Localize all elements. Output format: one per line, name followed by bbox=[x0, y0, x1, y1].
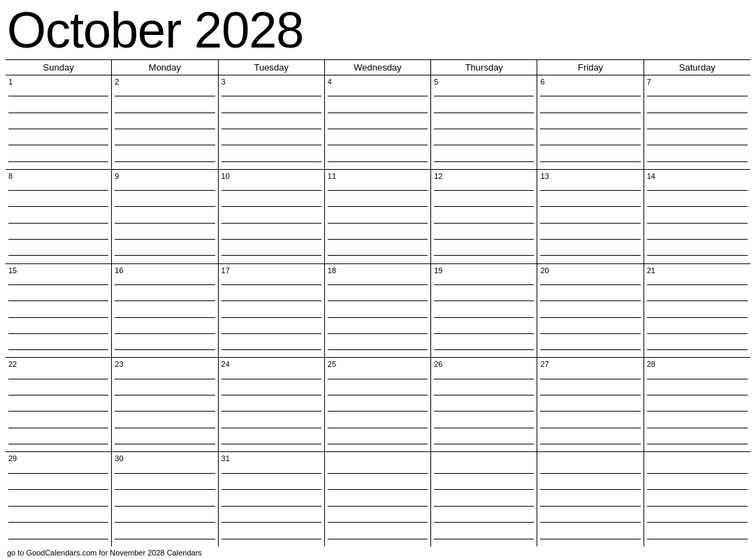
write-line bbox=[8, 206, 108, 207]
date-cell-14: 14 bbox=[644, 170, 750, 263]
write-line bbox=[434, 349, 534, 350]
write-lines bbox=[221, 89, 321, 168]
date-cell-8: 8 bbox=[6, 170, 112, 263]
date-number: 22 bbox=[8, 360, 108, 370]
write-line bbox=[540, 255, 640, 256]
write-line bbox=[8, 349, 108, 350]
write-line bbox=[221, 206, 321, 207]
write-lines bbox=[328, 465, 428, 545]
write-line bbox=[8, 428, 108, 428]
write-line bbox=[328, 112, 428, 113]
write-lines bbox=[434, 277, 534, 356]
write-lines bbox=[328, 183, 428, 262]
write-line bbox=[434, 206, 534, 207]
write-line bbox=[434, 395, 534, 395]
write-line bbox=[647, 284, 748, 285]
write-line bbox=[647, 506, 748, 507]
write-line bbox=[540, 161, 640, 162]
write-line bbox=[115, 129, 215, 129]
write-line bbox=[434, 411, 534, 412]
write-line bbox=[647, 539, 748, 539]
write-line bbox=[8, 473, 108, 474]
date-cell-18: 18 bbox=[325, 264, 431, 358]
write-line bbox=[540, 223, 640, 224]
write-lines bbox=[115, 371, 215, 450]
day-header-monday: Monday bbox=[112, 60, 218, 75]
write-line bbox=[434, 317, 534, 318]
write-line bbox=[434, 129, 534, 129]
write-line bbox=[647, 96, 748, 96]
write-line bbox=[328, 444, 428, 444]
date-number: 21 bbox=[647, 266, 748, 276]
write-line bbox=[647, 190, 748, 191]
write-line bbox=[328, 395, 428, 395]
date-number: 19 bbox=[434, 266, 534, 276]
date-cell-4: 4 bbox=[325, 75, 431, 169]
date-cell-29: 29 bbox=[6, 452, 112, 546]
write-line bbox=[328, 190, 428, 191]
write-lines bbox=[221, 183, 321, 262]
write-line bbox=[540, 206, 640, 207]
date-number: 4 bbox=[328, 78, 428, 87]
write-line bbox=[540, 145, 640, 145]
empty-cell-4-4 bbox=[431, 452, 537, 546]
write-line bbox=[434, 300, 534, 301]
write-lines bbox=[647, 465, 748, 545]
calendar-title: October 2028 bbox=[6, 0, 750, 59]
write-line bbox=[221, 239, 321, 240]
date-cell-13: 13 bbox=[537, 170, 644, 263]
write-line bbox=[221, 300, 321, 301]
write-line bbox=[647, 473, 748, 474]
week-row-3: 15161718192021 bbox=[6, 264, 750, 358]
write-lines bbox=[540, 465, 640, 545]
date-number bbox=[328, 454, 428, 464]
day-header-saturday: Saturday bbox=[644, 60, 750, 75]
write-line bbox=[434, 444, 534, 444]
write-line bbox=[8, 96, 108, 96]
write-line bbox=[540, 444, 640, 444]
write-line bbox=[115, 317, 215, 318]
write-line bbox=[434, 255, 534, 256]
write-line bbox=[540, 506, 640, 507]
write-line bbox=[115, 411, 215, 412]
write-line bbox=[434, 522, 534, 523]
write-line bbox=[328, 317, 428, 318]
write-lines bbox=[328, 371, 428, 450]
date-number: 25 bbox=[328, 360, 428, 370]
write-line bbox=[115, 300, 215, 301]
calendar-container: SundayMondayTuesdayWednesdayThursdayFrid… bbox=[6, 59, 750, 546]
date-number bbox=[540, 454, 640, 464]
write-line bbox=[115, 395, 215, 395]
write-line bbox=[115, 223, 215, 224]
write-lines bbox=[647, 371, 748, 450]
write-line bbox=[540, 317, 640, 318]
date-cell-21: 21 bbox=[644, 264, 750, 358]
write-line bbox=[115, 349, 215, 350]
write-line bbox=[540, 284, 640, 285]
write-line bbox=[540, 96, 640, 96]
write-line bbox=[328, 161, 428, 162]
write-line bbox=[115, 284, 215, 285]
write-lines bbox=[8, 371, 108, 450]
write-line bbox=[221, 145, 321, 145]
date-cell-30: 30 bbox=[112, 452, 218, 546]
empty-cell-4-6 bbox=[644, 452, 750, 546]
write-line bbox=[647, 223, 748, 224]
write-line bbox=[647, 411, 748, 412]
write-line bbox=[434, 539, 534, 539]
day-headers: SundayMondayTuesdayWednesdayThursdayFrid… bbox=[6, 60, 750, 75]
write-line bbox=[221, 395, 321, 395]
write-line bbox=[328, 96, 428, 96]
write-line bbox=[647, 300, 748, 301]
date-number: 24 bbox=[221, 360, 321, 370]
date-cell-25: 25 bbox=[325, 358, 431, 451]
date-cell-2: 2 bbox=[112, 75, 218, 169]
date-number: 8 bbox=[8, 172, 108, 182]
date-cell-11: 11 bbox=[325, 170, 431, 263]
write-line bbox=[8, 333, 108, 334]
empty-cell-4-5 bbox=[537, 452, 644, 546]
date-number: 20 bbox=[540, 266, 640, 276]
date-cell-26: 26 bbox=[431, 358, 537, 451]
write-line bbox=[8, 223, 108, 224]
write-line bbox=[647, 522, 748, 523]
